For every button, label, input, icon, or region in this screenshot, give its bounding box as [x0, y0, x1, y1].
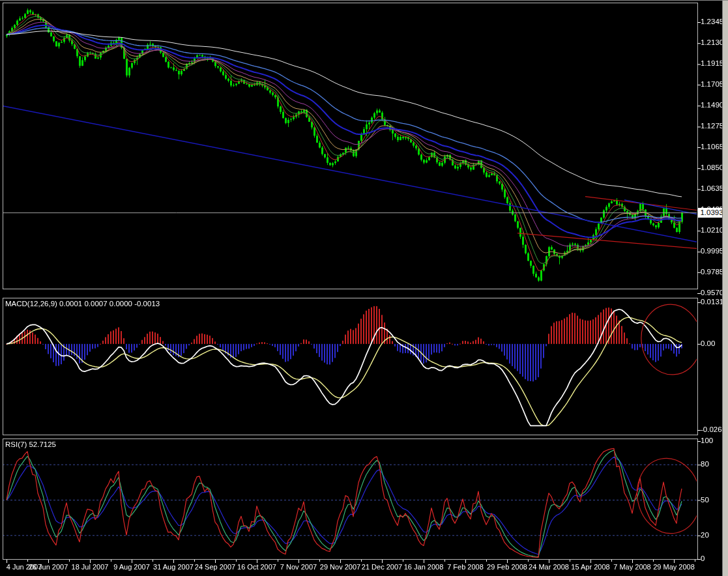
window-right-edge: [722, 1, 728, 576]
rsi-panel[interactable]: [3, 439, 697, 559]
current-price-box: 1.0393: [698, 208, 725, 218]
macd-panel[interactable]: [3, 298, 697, 435]
price-axis[interactable]: [698, 3, 723, 559]
date-axis[interactable]: [0, 560, 723, 576]
chart-window: MACD(12,26,9) 0.0001 0.0007 0.0000 -0.00…: [0, 0, 728, 576]
current-price-value: 1.0393: [700, 209, 723, 216]
main-chart-panel[interactable]: [3, 3, 697, 289]
